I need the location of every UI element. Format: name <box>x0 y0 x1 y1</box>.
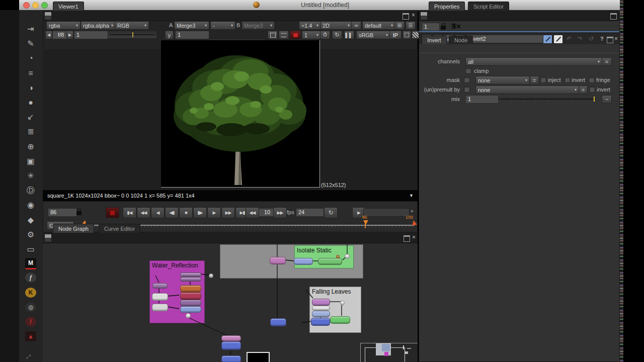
color-icon[interactable]: ◑ <box>23 82 38 94</box>
viewer-downrez-dropdown[interactable]: 1▾ <box>302 31 321 39</box>
float-node-panel-icon[interactable] <box>607 37 613 43</box>
filter-icon[interactable]: ● <box>23 97 38 109</box>
graph-node[interactable] <box>152 283 168 289</box>
toolsets-icon[interactable]: ⚙ <box>23 229 38 241</box>
viewer-lut-dropdown[interactable]: sRGB▾ <box>356 31 390 39</box>
properties-float-panel-icon[interactable] <box>610 13 617 20</box>
help-icon[interactable]: ? <box>600 36 604 42</box>
prev-keyframe-button[interactable]: ◀◀ <box>137 207 150 218</box>
viewer-canvas[interactable]: (512x512) <box>43 49 418 190</box>
graph-node[interactable] <box>180 300 201 306</box>
graph-node[interactable] <box>336 255 340 258</box>
render-plugin-icon[interactable]: ▲ <box>25 331 36 341</box>
roi-icon[interactable] <box>268 31 278 39</box>
other-icon[interactable]: ▭ <box>23 243 38 255</box>
close-node-panel-icon[interactable]: × <box>614 36 618 41</box>
channel-icon[interactable]: ≡ <box>23 67 38 79</box>
tab-node-graph[interactable]: Node Graph <box>53 224 94 233</box>
tab-properties[interactable]: Properties <box>429 2 465 11</box>
viewer-display-channels-dropdown[interactable]: RGB▾ <box>115 21 149 30</box>
pane-resize-icon[interactable]: ⤢ <box>26 353 31 360</box>
tab-script-editor[interactable]: Script Editor <box>468 2 509 11</box>
close-all-panels-icon[interactable]: ∃✕ <box>451 23 461 30</box>
status-caret-icon[interactable]: ▼ <box>409 193 414 198</box>
properties-grip-icon[interactable] <box>420 12 428 20</box>
graph-node[interactable] <box>330 316 350 324</box>
draw-icon[interactable]: ✎ <box>23 38 38 50</box>
graph-node[interactable] <box>294 258 313 265</box>
graph-node[interactable] <box>180 277 201 282</box>
clamp-checkbox[interactable] <box>465 68 471 74</box>
skip-backward-button[interactable]: ◀◀ <box>246 207 259 218</box>
timeline-overflow-icon[interactable]: » <box>411 208 414 214</box>
viewer-alpha-dropdown[interactable]: rgba.alpha▾ <box>80 21 116 30</box>
node-name-input[interactable]: Invert2 <box>466 35 544 43</box>
transform-icon[interactable]: ⊕ <box>23 141 38 153</box>
graph-node[interactable] <box>152 293 168 301</box>
node-graph-canvas[interactable]: Isolate StaticWater_ReflectionFalling Le… <box>43 243 418 362</box>
current-frame-input[interactable]: 86 <box>48 208 77 217</box>
graph-node[interactable] <box>270 318 286 326</box>
viewer-float-panel-icon[interactable] <box>403 13 409 20</box>
merge-icon[interactable]: ≣ <box>23 126 38 138</box>
undo-icon[interactable]: ↶ <box>567 35 572 42</box>
mix-curve-button[interactable]: ~ <box>602 95 612 104</box>
time-icon[interactable]: ◔ <box>23 52 38 64</box>
graph-node[interactable] <box>152 304 168 311</box>
premult-invert-checkbox[interactable] <box>589 86 595 93</box>
metadata-icon[interactable]: ◆ <box>23 214 38 226</box>
play-backward-button[interactable]: ◀ <box>151 207 165 218</box>
mask-dropdown[interactable]: none▾ <box>475 76 530 84</box>
proxy-toggle-icon[interactable] <box>279 31 289 39</box>
node-graph-float-panel-icon[interactable] <box>404 235 410 242</box>
fps-input[interactable]: 24 <box>296 208 324 217</box>
graph-node[interactable] <box>312 306 330 311</box>
graph-node[interactable] <box>345 254 350 259</box>
lut-toggle-icon[interactable] <box>290 31 301 39</box>
refresh-viewer-icon[interactable]: ↻ <box>332 31 342 39</box>
node-graph-minimap[interactable] <box>360 343 418 362</box>
step-forward-button[interactable]: ▮▶ <box>193 207 207 218</box>
graph-node[interactable] <box>221 341 241 350</box>
gain-prev-stop-button[interactable]: ◀ <box>45 31 52 39</box>
revert-icon[interactable]: ↺ <box>589 35 594 42</box>
channels-equals-button[interactable]: = <box>602 57 612 66</box>
viewer-layer-dropdown[interactable]: rgba▾ <box>46 21 80 30</box>
viewer-close-panel-icon[interactable]: × <box>412 13 415 18</box>
graph-node[interactable] <box>221 335 241 341</box>
mask-equals-button[interactable]: = <box>530 76 539 84</box>
graph-node[interactable] <box>221 355 241 362</box>
graph-node[interactable] <box>180 292 201 300</box>
modo-plugin-icon[interactable]: M <box>25 258 36 269</box>
graph-node[interactable] <box>180 306 201 313</box>
graph-node[interactable] <box>209 274 213 278</box>
viewer-blend-dropdown[interactable]: -▾ <box>210 21 235 30</box>
viewer-lut-set-dropdown[interactable]: default▾ <box>362 21 395 30</box>
max-panels-input[interactable]: 1 <box>422 23 440 31</box>
node-graph-close-panel-icon[interactable]: × <box>412 235 416 240</box>
mask-invert-checkbox[interactable] <box>565 77 571 83</box>
node-graph-grip-icon[interactable] <box>44 234 52 242</box>
furnace-plugin-icon[interactable]: ƒ <box>25 273 36 283</box>
gamma-input[interactable]: 1 <box>175 31 209 39</box>
postage-stamp-icon[interactable] <box>553 35 563 44</box>
play-forward-button[interactable]: ▶ <box>207 207 221 218</box>
keylight-plugin-icon[interactable]: K <box>25 288 36 298</box>
loop-mode-icon[interactable]: ↻ <box>324 207 338 218</box>
graph-node[interactable] <box>186 313 191 318</box>
step-backward-button[interactable]: ◀▮ <box>165 207 179 218</box>
tab-node[interactable]: Node <box>449 36 473 44</box>
image-icon[interactable]: ⇥ <box>23 23 38 35</box>
input-process-button[interactable]: IP <box>389 31 401 39</box>
graph-node[interactable] <box>180 285 201 292</box>
window-titlebar[interactable]: Untitled [modified] <box>19 0 622 11</box>
premult-equals-button[interactable]: = <box>579 85 588 94</box>
mix-slider[interactable] <box>499 99 596 100</box>
viewer-2d3d-dropdown[interactable]: 2D▾ <box>320 21 352 30</box>
mask-overlay-icon[interactable] <box>403 31 411 39</box>
graph-node[interactable] <box>180 273 201 277</box>
framing-icon[interactable]: ⊞ <box>394 21 405 30</box>
channels-dropdown[interactable]: all▾ <box>465 57 602 66</box>
update-viewer-icon[interactable]: ⥀ <box>320 31 330 39</box>
tab-viewer1[interactable]: Viewer1 <box>53 2 84 11</box>
